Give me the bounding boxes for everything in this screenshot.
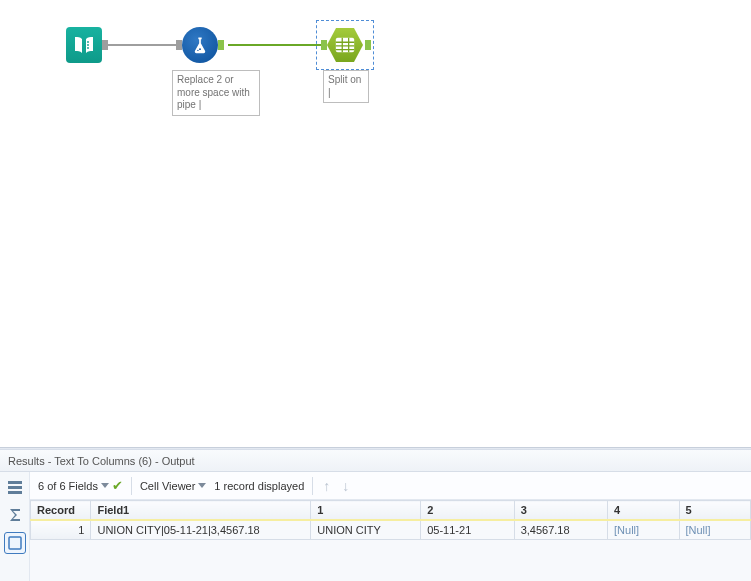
flask-icon <box>190 35 210 55</box>
cell-viewer-dropdown[interactable]: Cell Viewer <box>140 480 206 492</box>
data-cell[interactable]: [Null] <box>608 520 679 540</box>
sigma-view-button[interactable] <box>4 504 26 526</box>
input-port[interactable] <box>176 40 182 50</box>
columns-icon <box>334 35 356 55</box>
data-cell[interactable]: UNION CITY|05-11-21|3,4567.18 <box>91 520 311 540</box>
toolbar-separator <box>131 477 132 495</box>
svg-point-0 <box>87 41 89 43</box>
workflow-canvas[interactable]: Replace 2 or more space with pipe | Spli… <box>0 0 751 447</box>
results-toolbar: 6 of 6 Fields ✔ Cell Viewer 1 record dis… <box>30 472 751 500</box>
check-icon: ✔ <box>112 479 123 492</box>
output-port[interactable] <box>218 40 224 50</box>
input-port[interactable] <box>321 40 327 50</box>
data-cell[interactable]: UNION CITY <box>311 520 421 540</box>
svg-rect-12 <box>8 486 22 489</box>
formula-annotation[interactable]: Replace 2 or more space with pipe | <box>172 70 260 116</box>
output-port[interactable] <box>102 40 108 50</box>
svg-point-3 <box>199 48 201 50</box>
svg-rect-14 <box>9 537 21 549</box>
column-header[interactable]: Record <box>31 501 91 521</box>
chevron-down-icon <box>198 483 206 488</box>
svg-rect-11 <box>8 481 22 484</box>
output-port[interactable] <box>365 40 371 50</box>
book-icon <box>72 33 96 57</box>
fields-dropdown[interactable]: 6 of 6 Fields ✔ <box>38 479 123 492</box>
table-row[interactable]: 1UNION CITY|05-11-21|3,4567.18UNION CITY… <box>31 520 751 540</box>
toolbar-separator <box>312 477 313 495</box>
svg-rect-13 <box>8 491 22 494</box>
record-view-button[interactable] <box>4 532 26 554</box>
svg-point-4 <box>197 50 198 51</box>
chevron-down-icon <box>101 483 109 488</box>
rows-view-button[interactable] <box>4 476 26 498</box>
svg-point-1 <box>87 44 89 46</box>
record-number-cell: 1 <box>31 520 91 540</box>
results-title: Results - Text To Columns (6) - Output <box>0 450 751 472</box>
column-header[interactable]: 2 <box>421 501 514 521</box>
data-cell[interactable]: [Null] <box>679 520 751 540</box>
text-input-tool[interactable] <box>66 27 102 63</box>
text-to-columns-tool[interactable] <box>326 27 364 63</box>
fields-label: 6 of 6 Fields <box>38 480 98 492</box>
records-displayed-label: 1 record displayed <box>214 480 304 492</box>
next-record-button[interactable]: ↓ <box>340 478 351 494</box>
column-header[interactable]: 3 <box>514 501 607 521</box>
results-panel: Results - Text To Columns (6) - Output 6… <box>0 450 751 581</box>
column-header[interactable]: 1 <box>311 501 421 521</box>
prev-record-button[interactable]: ↑ <box>321 478 332 494</box>
column-header[interactable]: 4 <box>608 501 679 521</box>
column-header[interactable]: Field1 <box>91 501 311 521</box>
column-header[interactable]: 5 <box>679 501 751 521</box>
data-cell[interactable]: 3,4567.18 <box>514 520 607 540</box>
connection-1 <box>106 44 176 46</box>
ttc-annotation[interactable]: Split on | <box>323 70 369 103</box>
formula-tool[interactable] <box>182 27 218 63</box>
svg-point-2 <box>87 47 89 49</box>
results-side-toolbar <box>0 472 30 581</box>
connection-2 <box>228 44 322 46</box>
data-cell[interactable]: 05-11-21 <box>421 520 514 540</box>
cell-viewer-label: Cell Viewer <box>140 480 195 492</box>
results-grid[interactable]: RecordField112345 1UNION CITY|05-11-21|3… <box>30 500 751 540</box>
